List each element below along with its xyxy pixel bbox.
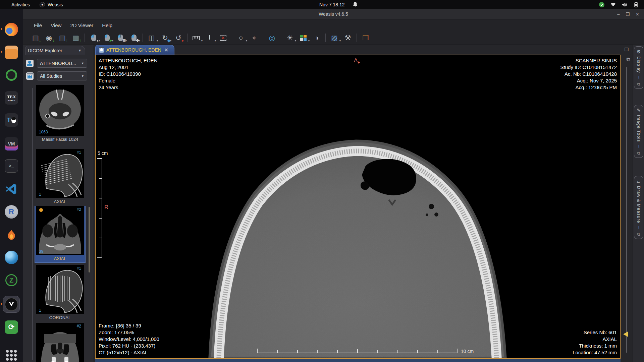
menu-help[interactable]: Help <box>98 21 116 30</box>
ct-viewport[interactable]: ATTENBOROUGH, EDENAug 12, 2001ID: C10106… <box>95 55 621 359</box>
studies-select[interactable]: All Studies ▼ <box>37 71 87 80</box>
menu-view[interactable]: View <box>47 21 65 30</box>
panel-menu-arrow-icon[interactable]: ▼ <box>78 49 82 52</box>
focused-app-menu[interactable]: ▼ Weasis <box>40 0 63 9</box>
pin-panel-icon[interactable]: ⊺ <box>638 144 640 149</box>
gear-icon: ⚙ <box>637 49 641 54</box>
linux-tux-icon[interactable]: T <box>3 112 19 128</box>
viewer-area: ATTENBOROUGH, EDEN ✕ ❑ <box>94 45 633 362</box>
patient-overlay-line-3: ID: C10106410390 <box>99 71 158 77</box>
series-thumbnail-2[interactable]: #11AXIAL <box>35 149 85 205</box>
cd-import-icon[interactable]: ◉↓ <box>43 33 55 43</box>
image-export-icon[interactable]: ▦↑ <box>70 33 82 43</box>
thumbnail-image: #11 <box>36 149 84 198</box>
software-app-icon[interactable]: ⟳ <box>3 319 19 335</box>
weasis-dock-icon[interactable] <box>3 296 19 312</box>
file-manager-icon[interactable] <box>3 44 19 60</box>
window-title-bar[interactable]: Weasis v4.6.5 – ❒ ✕ <box>23 9 644 19</box>
ruler-tick <box>99 198 102 198</box>
linux-tux-icon-glyph: T <box>5 113 18 127</box>
software-app-icon-glyph: ⟳ <box>5 320 18 334</box>
explorer-scrollbar[interactable] <box>89 207 90 273</box>
ruler-tick <box>277 350 278 353</box>
window-level-icon[interactable]: ☀▼ <box>284 33 296 43</box>
firefox-icon[interactable] <box>3 21 19 38</box>
vscode-icon[interactable] <box>3 181 19 197</box>
series-thumbnail-4[interactable]: #11CORONAL <box>35 265 85 321</box>
ruler-tick <box>99 238 102 238</box>
r-app-icon-glyph: R <box>5 205 18 219</box>
series-thumbnail-3[interactable]: #239AXIAL <box>35 206 85 262</box>
mouse-right-pan-icon[interactable]: ✥▼ <box>128 33 140 43</box>
minimize-button[interactable]: – <box>617 12 620 17</box>
dicom-export-icon[interactable]: ▤↑ <box>57 33 68 43</box>
mouse-left-context-icon[interactable]: ➤▼ <box>101 33 113 43</box>
float-panel-icon[interactable]: ⧉ <box>637 151 640 156</box>
measure-icon[interactable]: ▼ <box>191 33 202 43</box>
green-ring-app-icon[interactable] <box>3 67 19 83</box>
lut-colors-glyph <box>300 35 307 41</box>
tools-icon[interactable]: ⚒ <box>342 33 354 43</box>
app-grid-icon[interactable] <box>3 349 19 362</box>
invert-lut-icon[interactable]: ◑ <box>311 33 322 43</box>
dicom-import-icon[interactable]: ▤↓ <box>30 33 41 43</box>
activities-button[interactable]: Activities <box>9 0 33 9</box>
menu-2d-viewer[interactable]: 2D Viewer <box>66 21 97 30</box>
pin-panel-icon[interactable]: ⊺ <box>638 225 640 230</box>
series-tab[interactable]: ATTENBOROUGH, EDEN ✕ <box>95 45 174 55</box>
layout-icon[interactable]: ◫▼ <box>146 33 157 43</box>
tab-close-icon[interactable]: ✕ <box>164 47 168 53</box>
instance-count: 1063 <box>39 130 48 134</box>
tab-image-tools[interactable]: ✎Image Tools⊺⧉ <box>634 105 643 158</box>
synch-icon[interactable]: ↻◈▼ <box>159 33 171 43</box>
pin-panel-icon[interactable]: ⊺ <box>638 75 640 80</box>
vm-app-icon[interactable]: VM <box>3 136 19 152</box>
study-overlay-line-3: Ac. Nb: C10106410428 <box>560 71 617 77</box>
ct-image <box>96 55 620 358</box>
layers-visibility-icon[interactable]: ⧉ <box>626 56 630 62</box>
mpr-3d-icon[interactable]: ❒ <box>360 33 371 43</box>
filter-icon[interactable]: ▨▼ <box>329 33 340 43</box>
frame-slider-track[interactable] <box>626 67 627 353</box>
zoom-icon[interactable]: ○▼ <box>235 33 247 43</box>
mouse-left-winlevel-icon[interactable]: ◐▼ <box>88 33 99 43</box>
r-app-icon[interactable]: R <box>3 204 19 220</box>
orientation-marker-anterior: AF <box>354 57 360 64</box>
blue-sphere-app-icon[interactable] <box>3 249 19 265</box>
close-button[interactable]: ✕ <box>636 12 639 17</box>
tab-draw-measure[interactable]: ▱Draw & Measure⊺⧉ <box>634 176 643 239</box>
texmaker-icon[interactable]: TEXMAKER <box>3 90 19 106</box>
notification-bell-icon[interactable] <box>353 2 358 8</box>
series-badge: #2 <box>77 207 81 212</box>
patient-select[interactable]: ATTENBOROU... ▼ <box>37 59 87 68</box>
selection-delete-icon[interactable]: ✕ <box>217 33 229 43</box>
annotation-icon[interactable]: i▼ <box>204 33 215 43</box>
menu-file[interactable]: File <box>30 21 46 30</box>
float-panel-icon[interactable]: ⧉ <box>637 82 640 86</box>
pan-crosshair-icon[interactable]: ⌖ <box>249 33 260 43</box>
series-thumbnail-5[interactable]: #219 <box>35 323 85 362</box>
frame-slider[interactable]: ⧉ <box>621 55 632 359</box>
system-tray[interactable] <box>599 0 639 9</box>
screen-layout-icon[interactable]: ❑ <box>624 47 629 52</box>
frame-info-line-1: Frame: [36] 35 / 39 <box>99 322 159 329</box>
reset-icon[interactable]: ↺● <box>173 33 184 43</box>
series-thumbnail-1[interactable]: 1063Massif Facial 1024 <box>35 85 85 143</box>
maximize-button[interactable]: ❒ <box>626 12 630 17</box>
patient-overlay-line-1: ATTENBOROUGH, EDEN <box>99 57 158 64</box>
z-app-icon[interactable]: Z <box>3 272 19 288</box>
chevron-down-icon: ▼ <box>81 62 84 65</box>
float-panel-icon[interactable]: ⧉ <box>637 232 640 237</box>
mouse-middle-scroll-icon[interactable]: ≣▼ <box>115 33 126 43</box>
dicom-explorer-header[interactable]: DICOM Explorer ▼ <box>25 46 85 55</box>
lut-icon[interactable]: ▼ <box>298 33 309 43</box>
flame-app-icon[interactable] <box>3 227 19 243</box>
tab-display[interactable]: ⚙Display⊺⧉ <box>634 46 643 89</box>
terminal-icon[interactable]: >_ <box>3 158 19 174</box>
toolbar: ▤↓◉↓▤↑▦↑◐▼➤▼≣▼✥▼◫▼↻◈▼↺●▼i▼✕○▼⌖◎☀▼▼◑▨▼⚒❒ <box>23 31 644 45</box>
crosshair-mode-icon[interactable]: ◎ <box>266 33 278 43</box>
patient-overlay: ATTENBOROUGH, EDENAug 12, 2001ID: C10106… <box>99 57 158 91</box>
study-overlay-line-5: Acq.: 12:06:25 PM <box>560 84 617 91</box>
clock[interactable]: Nov 7 18:12 <box>319 0 345 9</box>
frame-slider-thumb[interactable] <box>623 331 628 337</box>
